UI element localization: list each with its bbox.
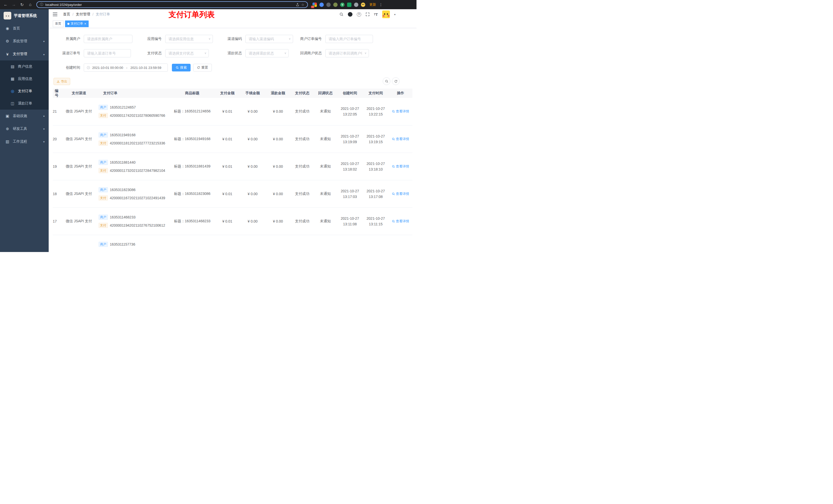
sidebar-item-merchant-info[interactable]: ▤ 商户信息 (0, 61, 49, 73)
view-detail-link[interactable]: 查看详情 (392, 164, 409, 169)
pay-time: 2021-10-27 13:22:15 (363, 98, 388, 125)
pay-status-select[interactable] (165, 49, 209, 57)
collapse-sidebar-icon[interactable] (53, 13, 57, 16)
merchant-input[interactable] (84, 35, 133, 43)
extensions-puzzle-icon[interactable] (354, 3, 358, 7)
sidebar-item-payment[interactable]: ¥ 支付管理 ▴ (0, 48, 49, 61)
chevron-down-icon: ∨ (205, 51, 207, 55)
browser-refresh-icon[interactable]: ↻ (19, 2, 25, 7)
fullscreen-icon[interactable] (365, 12, 370, 16)
app-no-select[interactable] (165, 35, 213, 43)
fee-amount: ¥ 0.00 (240, 98, 265, 125)
create-clock: 13:18:02 (339, 166, 361, 172)
view-detail-link[interactable]: 查看详情 (392, 192, 409, 196)
refund-status-select[interactable] (245, 49, 289, 57)
date-end-value[interactable]: 2021-10-31 23:59:59 (130, 66, 161, 70)
monitor-icon: ▣ (5, 114, 10, 118)
reset-button[interactable]: 重置 (193, 64, 212, 71)
browser-menu-icon[interactable]: ⋮ (379, 3, 383, 7)
table-row-partial: 商户 1635311157736 (53, 235, 412, 252)
extension-icon-6[interactable] (347, 3, 352, 7)
merchant-order-no-filter-label: 商户订单编号 (293, 37, 325, 41)
merchant-order-no-input[interactable] (325, 35, 373, 43)
vue-devtools-icon[interactable]: V (340, 3, 344, 7)
browser-toolbar: ← → ↻ ⌂ ⓘ localhost:1024/pay/order ☆ 10 … (0, 0, 416, 9)
site-info-icon[interactable]: ⓘ (40, 2, 43, 7)
toggle-search-button[interactable] (383, 77, 390, 85)
address-bar[interactable]: ⓘ localhost:1024/pay/order ☆ (37, 1, 308, 8)
callback-status-select[interactable] (325, 49, 369, 57)
fee-amount: ¥ 0.00 (240, 125, 265, 153)
tab-pay-order[interactable]: 支付订单 × (65, 21, 89, 27)
view-detail-label: 查看详情 (396, 192, 409, 196)
sidebar-item-refund-order[interactable]: ◫ 退款订单 (0, 97, 49, 110)
pay-status: 支付成功 (290, 208, 314, 235)
github-icon[interactable] (348, 12, 353, 17)
sidebar-item-label: 工作流程 (13, 139, 27, 144)
sidebar-item-infrastructure[interactable]: ▣ 基础设施 ▾ (0, 110, 49, 122)
create-date: 2021-10-27 (339, 134, 361, 139)
reset-button-label: 重置 (201, 65, 208, 70)
channel-order-no-input[interactable] (84, 49, 131, 57)
sidebar-item-system[interactable]: ⚙ 系统管理 ▾ (0, 35, 49, 48)
bookmark-star-icon[interactable]: ☆ (301, 3, 304, 7)
actions-cell: 查看详情 (388, 98, 412, 125)
table-header: 编号 支付渠道 支付订单 商品标题 支付金额 手续金额 退款金额 支付状态 回调… (53, 89, 412, 98)
profile-avatar-icon[interactable] (361, 3, 365, 7)
create-clock: 13:22:05 (339, 112, 361, 117)
sidebar-item-home[interactable]: ◉ 首页 (0, 22, 49, 35)
refresh-table-button[interactable] (392, 77, 400, 85)
view-detail-link[interactable]: 查看详情 (392, 137, 409, 141)
order-id (53, 235, 62, 252)
avatar-dropdown-icon[interactable]: ▾ (394, 13, 396, 16)
extension-icon-1[interactable]: 10 (312, 3, 317, 7)
pay-clock: 13:17:08 (365, 194, 386, 199)
pay-status-filter: ∨ (165, 49, 209, 57)
channel-order-no: 4200001174202110278060590766 (110, 114, 165, 118)
url-text[interactable]: localhost:1024/pay/order (45, 3, 294, 7)
orders-table: 编号 支付渠道 支付订单 商品标题 支付金额 手续金额 退款金额 支付状态 回调… (53, 89, 412, 252)
pay-amount: ¥ 0.01 (215, 208, 240, 235)
extension-icon-2[interactable] (319, 3, 324, 7)
channel-order-line: 支付 4200001181202110277723215336 (99, 141, 168, 146)
font-size-icon[interactable]: TT (374, 12, 378, 17)
browser-home-icon[interactable]: ⌂ (27, 2, 33, 7)
browser-forward-icon[interactable]: → (11, 2, 17, 7)
merchant-tag: 商户 (99, 242, 108, 247)
sidebar-item-pay-order[interactable]: ◎ 支付订单 (0, 85, 49, 97)
breadcrumb-section[interactable]: 支付管理 (76, 12, 90, 17)
view-detail-link[interactable]: 查看详情 (392, 219, 409, 223)
help-icon[interactable]: ? (357, 12, 361, 17)
fee-amount: ¥ 0.00 (240, 180, 265, 208)
view-detail-label: 查看详情 (396, 137, 409, 141)
channel-code-select[interactable] (245, 35, 293, 43)
refund-amount: ¥ 0.00 (265, 208, 291, 235)
tab-home[interactable]: 首页 (53, 21, 64, 27)
sidebar-item-app-info[interactable]: ▦ 应用信息 (0, 73, 49, 85)
browser-update-button[interactable]: 更新 (370, 2, 376, 7)
user-avatar[interactable] (382, 10, 390, 18)
logo-avatar (4, 12, 11, 20)
channel-order-no: 4200001173202110272847982104 (110, 169, 165, 173)
table-row: 21 微信 JSAPI 支付 商户 1635312124657 支付 42000… (53, 98, 412, 125)
sidebar-item-workflow[interactable]: ▥ 工作流程 ▾ (0, 135, 49, 148)
merchant-order-line: 商户 1635311157736 (99, 242, 168, 247)
close-tab-icon[interactable]: × (84, 22, 86, 25)
breadcrumb-home[interactable]: 首页 (63, 12, 70, 17)
view-detail-link[interactable]: 查看详情 (392, 109, 409, 114)
sidebar-item-dev-tools[interactable]: ⊕ 研发工具 ▾ (0, 122, 49, 135)
pay-amount: ¥ 0.01 (215, 98, 240, 125)
create-time-range-picker[interactable]: 2021-10-01 00:00:00 - 2021-10-31 23:59:5… (84, 64, 168, 72)
merchant-order-line: 商户 1635311881440 (99, 160, 168, 165)
date-start-value[interactable]: 2021-10-01 00:00:00 (92, 66, 123, 70)
share-icon[interactable] (296, 3, 299, 6)
search-icon[interactable] (339, 12, 343, 16)
product-title: 标题：1635311823086 (170, 180, 215, 208)
search-button[interactable]: 搜索 (172, 64, 191, 71)
export-button[interactable]: 导出 (53, 78, 70, 85)
browser-back-icon[interactable]: ← (3, 2, 9, 7)
actions-cell: 查看详情 (388, 153, 412, 180)
extension-icon-3[interactable] (326, 3, 331, 7)
extension-icon-4[interactable] (333, 3, 338, 7)
callback-status-filter: ∨ (325, 49, 369, 57)
